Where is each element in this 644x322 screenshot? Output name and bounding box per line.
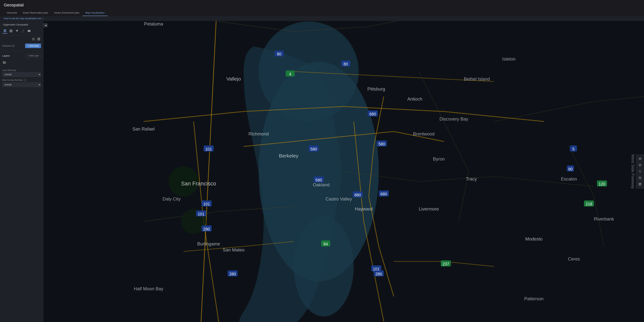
external-link-icon: ↗	[42, 17, 44, 20]
chevron-left-icon: ◀	[45, 24, 46, 27]
layers-section: Layers + Add Layer	[0, 51, 43, 68]
svg-rect-4	[10, 30, 11, 31]
svg-rect-12	[32, 40, 35, 40]
sidebar: Sagemaker Geospatial	[0, 21, 44, 322]
svg-rect-14	[39, 38, 40, 39]
svg-text:Tracy: Tracy	[466, 176, 477, 181]
svg-text:90: 90	[568, 167, 573, 171]
svg-text:280: 280	[229, 272, 236, 276]
svg-rect-1	[4, 31, 6, 31]
svg-text:680: 680	[380, 192, 387, 196]
layers-icon-tab[interactable]	[2, 28, 8, 34]
right-toolbar	[636, 154, 644, 189]
svg-text:4: 4	[289, 72, 291, 76]
list-tool-button[interactable]	[637, 175, 643, 181]
svg-text:Escalon: Escalon	[561, 176, 577, 181]
svg-rect-7	[11, 31, 12, 32]
help-bar[interactable]: How to use the map visualization tool ↗	[0, 16, 644, 21]
datasets-section: Datasets (0) + Add Data	[0, 42, 43, 50]
svg-line-104	[640, 172, 641, 172]
svg-text:84: 84	[324, 242, 328, 246]
svg-text:580: 580	[378, 142, 385, 146]
list-view-toggle[interactable]	[31, 37, 36, 41]
svg-text:Burlingame: Burlingame	[197, 241, 220, 246]
globe-tool-button[interactable]	[637, 162, 643, 168]
svg-text:San Rafael: San Rafael	[132, 126, 155, 132]
svg-text:80: 80	[277, 52, 282, 56]
svg-rect-5	[11, 30, 12, 31]
layers-header: Layers + Add Layer	[2, 54, 41, 58]
svg-text:120: 120	[599, 182, 605, 186]
map-svg: 80 80 680 680 580 580 580 880 101 101	[44, 21, 644, 322]
filter-icon-tab[interactable]	[14, 28, 20, 34]
svg-text:Discovery Bay: Discovery Bay	[440, 116, 468, 122]
table-tool-button[interactable]	[637, 181, 643, 187]
svg-text:Vallejo: Vallejo	[226, 76, 241, 82]
svg-rect-98	[639, 159, 641, 159]
collapse-sidebar-button[interactable]: ◀	[44, 23, 48, 27]
layers-title: Layers	[2, 54, 10, 57]
datasets-label: Datasets (0)	[2, 44, 14, 47]
layer-icon-area	[2, 60, 41, 65]
svg-rect-3	[4, 32, 6, 32]
svg-rect-16	[39, 39, 40, 40]
svg-text:Pittsburg: Pittsburg	[368, 86, 385, 92]
svg-text:Richmond: Richmond	[248, 131, 269, 136]
svg-text:Livermore: Livermore	[419, 206, 439, 211]
tab-map-visualization[interactable]: Map Visualization	[82, 10, 108, 16]
svg-text:West Side Freeway: West Side Freeway	[630, 154, 635, 189]
svg-text:218: 218	[586, 202, 592, 206]
svg-text:101: 101	[198, 212, 204, 216]
svg-rect-6	[10, 31, 11, 32]
tab-earth-observation[interactable]: Earth Observation jobs	[20, 10, 51, 16]
search-tool-button[interactable]	[637, 169, 643, 174]
grid-view-toggle[interactable]	[36, 37, 41, 41]
svg-rect-15	[38, 39, 38, 40]
layers-tool-button[interactable]	[637, 156, 643, 161]
map-overlay-blending-label: Map Overlay Blending i	[2, 79, 41, 81]
svg-text:880: 880	[354, 193, 361, 197]
svg-text:San Mateo: San Mateo	[223, 247, 244, 252]
svg-text:Castro Valley: Castro Valley	[326, 196, 352, 201]
svg-text:Patterson: Patterson	[524, 296, 544, 301]
tab-overview[interactable]: Overview	[4, 10, 20, 16]
main-content: Sagemaker Geospatial	[0, 21, 644, 322]
svg-rect-13	[38, 38, 38, 39]
map-area[interactable]: 80 80 680 680 580 580 580 880 101 101	[44, 21, 644, 322]
tab-vector-enrichment[interactable]: Vector Enrichment jobs	[51, 10, 82, 16]
dataset-icon-tab[interactable]	[8, 28, 14, 34]
svg-text:580: 580	[310, 147, 317, 151]
help-text: How to use the map visualization tool	[4, 17, 41, 20]
layer-blending-select[interactable]: normal additive subtractive	[2, 72, 41, 77]
svg-rect-108	[639, 183, 641, 184]
sidebar-title: Sagemaker Geospatial	[0, 21, 43, 27]
layer-blending-label: Layer Blending	[2, 69, 41, 71]
svg-text:5: 5	[572, 147, 575, 151]
svg-rect-9	[22, 31, 23, 32]
svg-rect-11	[32, 39, 35, 39]
satellite-icon-tab[interactable]	[20, 28, 26, 34]
svg-point-8	[23, 30, 24, 31]
map-icon-tab[interactable]	[26, 28, 32, 34]
svg-rect-111	[639, 184, 639, 186]
add-layer-button[interactable]: + Add Layer	[26, 54, 41, 58]
svg-text:Oakland: Oakland	[313, 182, 330, 187]
map-overlay-blending-select[interactable]: normal additive subtractive	[2, 82, 41, 87]
add-data-button[interactable]: + Add Data	[25, 44, 41, 48]
tabs-nav: Overview Earth Observation jobs Vector E…	[4, 10, 640, 16]
map-overlay-blending-info-icon[interactable]: i	[24, 79, 27, 81]
svg-text:680: 680	[369, 112, 376, 116]
sidebar-icon-tabs	[0, 27, 43, 35]
svg-text:Ceres: Ceres	[568, 256, 580, 261]
svg-text:580: 580	[315, 178, 322, 182]
svg-text:Petaluma: Petaluma	[144, 21, 163, 26]
svg-text:101: 101	[205, 147, 212, 151]
svg-rect-97	[639, 158, 641, 158]
svg-text:Brentwood: Brentwood	[413, 131, 434, 136]
svg-rect-2	[4, 29, 6, 30]
svg-text:101: 101	[203, 202, 210, 206]
svg-text:80: 80	[344, 62, 348, 66]
svg-rect-112	[640, 184, 640, 186]
svg-text:Bethel Island: Bethel Island	[464, 76, 490, 81]
svg-rect-10	[32, 38, 35, 38]
